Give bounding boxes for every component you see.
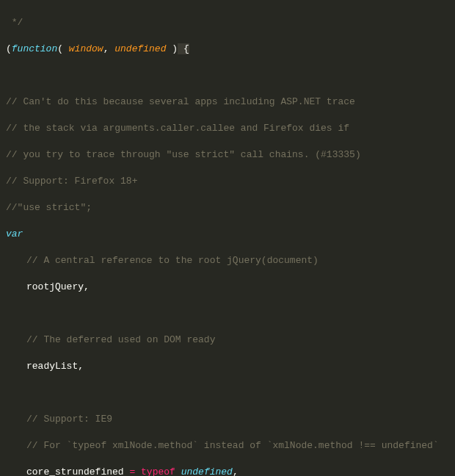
comment: // Support: IE9	[26, 414, 112, 425]
comment: // Support: Firefox 18+	[6, 176, 137, 187]
comment: // you try to trace through "use strict"…	[6, 149, 361, 160]
comment: // A central reference to the root jQuer…	[26, 255, 318, 266]
code-line: readyList,	[6, 360, 449, 373]
blank-line	[6, 386, 449, 400]
bracket-icon: {	[178, 43, 189, 54]
code-line: core_strundefined = typeof undefined,	[6, 466, 449, 476]
code-line: (function( window, undefined ) {	[6, 43, 449, 56]
comment: // Can't do this because several apps in…	[6, 96, 355, 107]
keyword-var: var	[6, 228, 23, 239]
code-editor[interactable]: */ (function( window, undefined ) { // C…	[0, 0, 455, 476]
blank-line	[6, 69, 449, 82]
code-line: rootjQuery,	[6, 281, 449, 294]
comment: // the stack via arguments.caller.callee…	[6, 123, 349, 134]
blank-line	[6, 307, 449, 320]
comment: */	[6, 17, 23, 28]
comment: // For `typeof xmlNode.method` instead o…	[26, 440, 439, 451]
comment: // The deferred used on DOM ready	[26, 334, 215, 345]
comment: //"use strict";	[6, 202, 92, 213]
